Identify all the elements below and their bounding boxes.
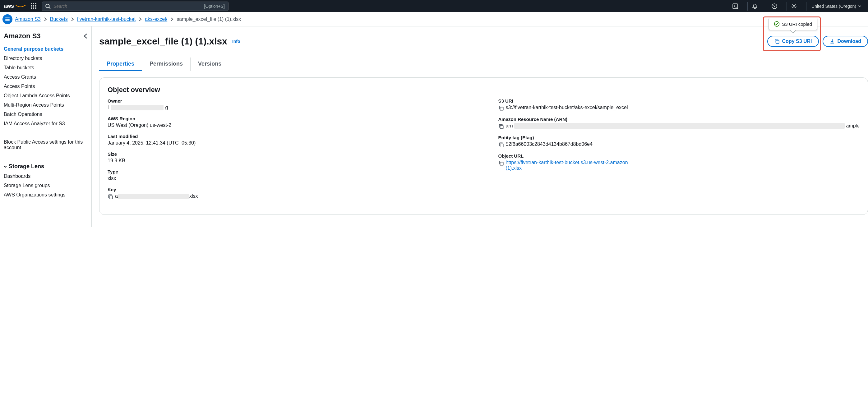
global-search: [Option+S]: [42, 2, 228, 11]
chevron-down-icon: [4, 165, 7, 168]
tabs: Properties Permissions Versions: [99, 58, 868, 71]
services-grid-icon[interactable]: [31, 3, 37, 9]
search-icon: [45, 3, 51, 9]
tab-versions[interactable]: Versions: [191, 58, 229, 71]
svg-point-0: [46, 4, 49, 7]
sidebar-item-iam-access-analyzer[interactable]: IAM Access Analyzer for S3: [4, 119, 88, 128]
region-value: US West (Oregon) us-west-2: [107, 122, 477, 128]
svg-point-4: [793, 5, 795, 7]
sidebar-item-access-points[interactable]: Access Points: [4, 82, 88, 91]
copy-icon[interactable]: [498, 105, 504, 111]
copy-icon[interactable]: [107, 194, 113, 199]
size-value: 19.9 KB: [107, 158, 477, 163]
settings-icon[interactable]: [786, 2, 801, 10]
aws-logo[interactable]: aws: [4, 3, 26, 9]
svg-rect-8: [500, 107, 503, 110]
svg-rect-10: [500, 144, 503, 147]
key-label: Key: [107, 187, 477, 192]
page-header: sample_excel_file (1) (1).xlsx Info S3 U…: [99, 36, 868, 47]
help-icon[interactable]: [767, 2, 782, 10]
breadcrumb: Amazon S3 Buckets fivetran-karthik-test-…: [15, 17, 241, 22]
copy-icon[interactable]: [498, 124, 504, 129]
sidebar-item-multi-region-access-points[interactable]: Multi-Region Access Points: [4, 100, 88, 110]
owner-value: ig: [107, 105, 477, 110]
overview-right-column: S3 URI s3://fivetran-karthik-test-bucket…: [490, 98, 860, 205]
top-nav: aws [Option+S] United States (Oregon): [0, 0, 868, 12]
breadcrumb-current: sample_excel_file (1) (1).xlsx: [177, 17, 241, 22]
sidebar-item-batch-operations[interactable]: Batch Operations: [4, 110, 88, 119]
region-label: United States (Oregon): [811, 4, 856, 9]
sidebar-item-storage-lens-groups[interactable]: Storage Lens groups: [4, 181, 88, 190]
sidebar-item-object-lambda-access-points[interactable]: Object Lambda Access Points: [4, 91, 88, 100]
header-actions: S3 URI copied Copy S3 URI Download: [767, 36, 868, 47]
breadcrumb-bar: Amazon S3 Buckets fivetran-karthik-test-…: [0, 12, 868, 26]
cloudshell-icon[interactable]: [728, 2, 742, 10]
svg-line-1: [49, 7, 50, 9]
chevron-down-icon: [858, 5, 861, 8]
sidebar-heading-storage-lens[interactable]: Storage Lens: [4, 161, 88, 172]
download-icon: [830, 38, 835, 44]
sidebar: Amazon S3 General purpose buckets Direct…: [0, 26, 92, 227]
sidebar-divider: [4, 204, 88, 204]
breadcrumb-item[interactable]: Amazon S3: [15, 17, 41, 22]
chevron-right-icon: [170, 17, 174, 22]
region-label: AWS Region: [107, 116, 477, 121]
tab-properties[interactable]: Properties: [99, 58, 142, 71]
sidebar-item-directory-buckets[interactable]: Directory buckets: [4, 54, 88, 63]
info-link[interactable]: Info: [232, 39, 240, 44]
s3uri-label: S3 URI: [498, 98, 860, 103]
search-keyboard-hint: [Option+S]: [204, 4, 225, 9]
redacted-text: [514, 123, 845, 129]
copy-confirmation-tooltip: S3 URI copied: [769, 18, 817, 30]
chevron-right-icon: [71, 17, 74, 22]
main-content: sample_excel_file (1) (1).xlsx Info S3 U…: [92, 26, 868, 227]
panel-title: Object overview: [107, 86, 860, 94]
arn-value: arnample: [498, 123, 860, 129]
object-url-label: Object URL: [498, 153, 860, 158]
svg-rect-9: [500, 126, 503, 129]
sidebar-item-dashboards[interactable]: Dashboards: [4, 172, 88, 181]
type-value: xlsx: [107, 176, 477, 181]
breadcrumb-item[interactable]: aks-excel/: [145, 17, 167, 22]
chevron-right-icon: [44, 17, 47, 22]
tooltip-text: S3 URI copied: [782, 22, 812, 27]
sidebar-divider: [4, 157, 88, 157]
type-label: Type: [107, 169, 477, 175]
notifications-icon[interactable]: [747, 2, 762, 10]
sidebar-item-block-public-access[interactable]: Block Public Access settings for this ac…: [4, 137, 88, 152]
copy-icon: [774, 38, 780, 44]
copy-s3-uri-button[interactable]: Copy S3 URI: [767, 36, 819, 47]
object-url-value[interactable]: https://fivetran-karthik-test-bucket.s3.…: [498, 160, 860, 171]
owner-label: Owner: [107, 98, 477, 103]
redacted-text: [118, 194, 189, 199]
download-button[interactable]: Download: [823, 36, 868, 47]
breadcrumb-item[interactable]: fivetran-karthik-test-bucket: [77, 17, 136, 22]
aws-logo-text: aws: [4, 3, 14, 9]
region-selector[interactable]: United States (Oregon): [806, 2, 864, 10]
key-value: axlsx: [107, 193, 477, 199]
arn-label: Amazon Resource Name (ARN): [498, 117, 860, 122]
last-modified-label: Last modified: [107, 134, 477, 139]
tab-permissions[interactable]: Permissions: [142, 58, 191, 71]
svg-rect-7: [110, 196, 113, 199]
check-circle-icon: [774, 21, 779, 27]
sidebar-item-table-buckets[interactable]: Table buckets: [4, 63, 88, 72]
sidebar-divider: [4, 133, 88, 133]
redacted-text: [111, 105, 163, 110]
sidebar-item-access-grants[interactable]: Access Grants: [4, 72, 88, 82]
copy-icon[interactable]: [498, 142, 504, 148]
aws-smile-icon: [15, 5, 26, 8]
sidebar-title: Amazon S3: [4, 32, 41, 40]
chevron-right-icon: [138, 17, 142, 22]
size-label: Size: [107, 151, 477, 157]
side-panel-toggle[interactable]: [2, 14, 12, 24]
copy-icon[interactable]: [498, 160, 504, 166]
sidebar-collapse-icon[interactable]: [83, 33, 88, 39]
search-input[interactable]: [42, 2, 228, 11]
last-modified-value: January 4, 2025, 12:41:34 (UTC+05:30): [107, 140, 477, 146]
breadcrumb-item[interactable]: Buckets: [50, 17, 68, 22]
sidebar-item-aws-organizations-settings[interactable]: AWS Organizations settings: [4, 190, 88, 199]
sidebar-item-general-purpose-buckets[interactable]: General purpose buckets: [4, 44, 88, 54]
svg-rect-6: [776, 40, 779, 43]
s3uri-value: s3://fivetran-karthik-test-bucket/aks-ex…: [498, 105, 860, 111]
